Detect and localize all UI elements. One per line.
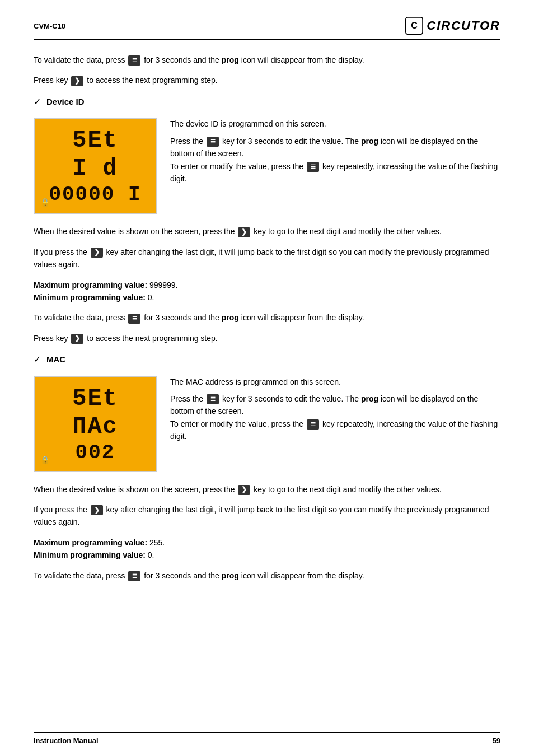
- max-value-2: 255.: [149, 538, 165, 547]
- para-jump-back-2: If you press the ❯ key after changing th…: [34, 503, 500, 529]
- menu-button-icon-2: ☰: [207, 137, 219, 147]
- footer-left: Instruction Manual: [34, 736, 99, 745]
- menu-button-icon-7: ☰: [128, 571, 140, 581]
- arrow-button-icon-3: ❯: [91, 248, 103, 258]
- para-press-key-1: Press key ❯ to access the next programmi…: [34, 74, 500, 86]
- section-device-id-heading: ✓ Device ID: [34, 95, 500, 109]
- min-label-1: Minimum programming value:: [34, 293, 146, 302]
- arrow-button-icon-5: ❯: [238, 485, 250, 495]
- prog-label-5: prog: [222, 571, 239, 580]
- para-validate-3: To validate the data, press ☰ for 3 seco…: [34, 570, 500, 582]
- checkmark-icon-1: ✓: [34, 95, 41, 109]
- prog-label-1: prog: [222, 55, 239, 64]
- max-min-values-1: Maximum programming value: 999999. Minim…: [34, 279, 500, 304]
- page-header: CVM-C10 C CIRCUTOR: [34, 17, 500, 40]
- menu-button-icon-3: ☰: [307, 162, 319, 172]
- lock-icon-2: 🔒: [40, 454, 50, 466]
- max-min-values-2: Maximum programming value: 255. Minimum …: [34, 536, 500, 562]
- max-label-2: Maximum programming value:: [34, 538, 147, 547]
- svg-text:C: C: [411, 21, 418, 30]
- page: CVM-C10 C CIRCUTOR To validate the data,…: [0, 0, 534, 756]
- document-title: CVM-C10: [34, 22, 65, 30]
- checkmark-icon-2: ✓: [34, 352, 41, 367]
- para-next-digit-2: When the desired value is shown on the s…: [34, 483, 500, 496]
- device-id-screen: 5Et I d 00000 I 🔒: [34, 118, 157, 214]
- para-next-digit-1: When the desired value is shown on the s…: [34, 225, 500, 237]
- prog-label-3: prog: [222, 313, 239, 322]
- para-validate-1: To validate the data, press ☰ for 3 seco…: [34, 54, 500, 66]
- min-label-2: Minimum programming value:: [34, 550, 146, 559]
- min-value-1: 0.: [148, 293, 154, 302]
- desc-mac-2: Press the ☰ key for 3 seconds to edit th…: [170, 393, 500, 443]
- menu-button-icon-6: ☰: [307, 419, 319, 430]
- logo: C CIRCUTOR: [405, 17, 500, 35]
- desc-device-id-2: Press the ☰ key for 3 seconds to edit th…: [170, 135, 500, 185]
- arrow-button-icon-1: ❯: [71, 76, 83, 86]
- para-jump-back-1: If you press the ❯ key after changing th…: [34, 246, 500, 271]
- main-content: To validate the data, press ☰ for 3 seco…: [34, 54, 500, 582]
- logo-text: CIRCUTOR: [427, 18, 500, 33]
- mac-screen-line3: 002: [76, 443, 115, 463]
- menu-button-icon-5: ☰: [207, 394, 219, 404]
- prog-label-2: prog: [361, 137, 378, 146]
- device-id-label: Device ID: [46, 95, 85, 109]
- desc-mac-1: The MAC address is programmed on this sc…: [170, 376, 500, 388]
- device-id-block: 5Et I d 00000 I 🔒 The device ID is progr…: [34, 118, 500, 214]
- screen-line2: I d: [72, 157, 118, 180]
- desc-device-id-1: The device ID is programmed on this scre…: [170, 118, 500, 130]
- mac-screen-line1: 5Et: [72, 387, 118, 410]
- mac-screen-line2: ΠAc: [72, 415, 118, 438]
- min-value-2: 0.: [148, 550, 154, 559]
- menu-button-icon-1: ☰: [128, 55, 140, 66]
- max-label-1: Maximum programming value:: [34, 281, 147, 290]
- mac-screen: 5Et ΠAc 002 🔒: [34, 376, 157, 472]
- lock-icon-1: 🔒: [40, 196, 50, 208]
- device-id-description: The device ID is programmed on this scre…: [170, 118, 500, 214]
- arrow-button-icon-4: ❯: [71, 334, 83, 344]
- circutor-logo-icon: C: [405, 17, 423, 35]
- footer-page-number: 59: [493, 736, 500, 745]
- mac-label: MAC: [46, 353, 65, 366]
- mac-description: The MAC address is programmed on this sc…: [170, 376, 500, 472]
- menu-button-icon-4: ☰: [128, 314, 140, 324]
- screen-line3: 00000 I: [49, 185, 141, 205]
- mac-block: 5Et ΠAc 002 🔒 The MAC address is program…: [34, 376, 500, 472]
- max-value-1: 999999.: [149, 281, 178, 290]
- page-footer: Instruction Manual 59: [34, 732, 500, 745]
- arrow-button-icon-6: ❯: [91, 505, 103, 515]
- para-press-key-2: Press key ❯ to access the next programmi…: [34, 332, 500, 344]
- para-validate-2: To validate the data, press ☰ for 3 seco…: [34, 311, 500, 324]
- screen-line1: 5Et: [72, 129, 118, 152]
- arrow-button-icon-2: ❯: [238, 227, 250, 237]
- prog-label-4: prog: [361, 394, 378, 403]
- section-mac-heading: ✓ MAC: [34, 352, 500, 367]
